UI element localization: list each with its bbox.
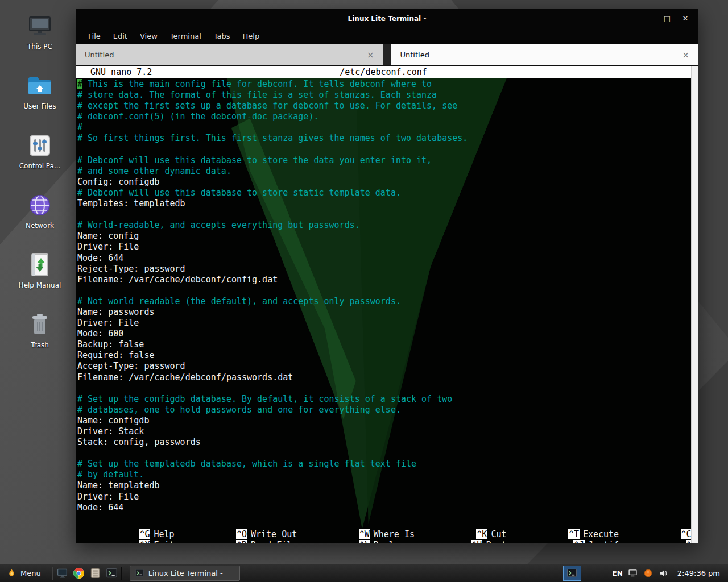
tab-label: Untitled [85,51,114,59]
terminal-line: # [77,122,687,133]
terminal-icon [135,568,144,578]
terminal-line: # Not world readable (the default), and … [77,296,687,307]
maximize-button[interactable]: □ [663,15,671,23]
terminal-line [77,383,687,394]
scrollbar[interactable] [691,66,698,543]
terminal-line [77,209,687,220]
terminal-line: Filename: /var/cache/debconf/config.dat [77,275,687,285]
control-panel-icon [26,132,53,159]
menu-label: Menu [20,569,41,577]
terminal-line: Reject-Type: password [77,264,687,275]
menu-item[interactable]: View [134,32,164,40]
nano-shortcut[interactable]: ^\Replace [297,529,410,540]
terminal-line: # debconf.conf(5) (in the debconf-doc pa… [77,111,687,122]
update-notifier-icon[interactable] [643,568,653,579]
terminal-line: Mode: 644 [77,502,687,513]
menu-item[interactable]: Terminal [164,32,208,40]
terminal-tab[interactable]: Untitled × [391,44,699,65]
terminal-line: # except the first sets up a database fo… [77,101,687,111]
scrollbar-thumb[interactable] [692,66,698,543]
terminal-line: # store data. The format of this file is… [77,90,687,101]
nano-shortcut[interactable]: ^GHelp [77,518,175,529]
desktop-icon[interactable]: This PC [15,13,65,51]
terminal-line [77,144,687,155]
tab-close-icon[interactable]: × [367,50,374,60]
menu-item[interactable]: Edit [107,32,134,40]
shortcut-label: Justify [588,540,624,543]
nano-shortcut[interactable]: ^TExecute [507,518,619,529]
nano-shortcut[interactable]: ^OWrite Out [175,518,297,529]
desktop-icon-label: Control Pa... [19,162,61,170]
shortcut-label: Exit [154,540,174,543]
menu-item[interactable]: Help [237,32,266,40]
terminal-line: Templates: templatedb [77,198,687,209]
folder-icon [26,72,53,99]
desktop-icon[interactable]: User Files [15,72,65,110]
menu-item[interactable]: Tabs [208,32,237,40]
terminal-line: Driver: File [77,242,687,252]
desktop-icon[interactable]: Control Pa... [15,132,65,170]
taskbar: Menu Linux Lite Terminal - EN 2:49:36 pm [0,564,728,582]
terminal-line: # This is the main config file for debco… [77,79,687,90]
terminal-line: Accept-Type: password [77,361,687,372]
nano-shortcut[interactable]: ^RRead File [175,529,297,540]
terminal-line: # and some other dynamic data. [77,166,687,177]
terminal-line: Driver: Stack [77,426,687,437]
show-desktop-icon[interactable] [55,566,70,581]
nano-filename: /etc/debconf.conf [76,67,691,77]
terminal-tab[interactable]: Untitled × [76,44,383,65]
tab-close-icon[interactable]: × [682,50,689,60]
nano-shortcut[interactable]: ^KCut [415,518,507,529]
shortcut-key: ^J [573,540,585,543]
language-indicator[interactable]: EN [613,569,623,577]
window-controls: –□✕ [645,15,698,23]
menu-item[interactable]: File [82,32,107,40]
desktop-icon-label: This PC [27,43,52,51]
display-icon[interactable] [628,568,638,579]
start-menu-button[interactable]: Menu [0,564,48,582]
nano-titlebar: GNU nano 7.2 /etc/debconf.conf [76,66,691,78]
menu-bar: FileEditViewTerminalTabsHelp [76,28,698,44]
nano-cursor: # [77,79,82,89]
trash-icon [26,311,53,338]
terminal-icon [566,568,577,579]
system-tray: EN 2:49:36 pm [563,566,728,581]
volume-icon[interactable] [659,568,669,579]
nano-shortcut[interactable]: ^JJustify [512,529,624,540]
minimize-button[interactable]: – [645,15,653,23]
terminal-icon[interactable] [104,566,119,581]
desktop-icon[interactable]: Network [15,192,65,230]
nano-shortcut[interactable]: ^WWhere Is [297,518,415,529]
desktop-icon-label: Trash [31,341,49,349]
close-button[interactable]: ✕ [681,15,689,23]
tray-terminal-button[interactable] [563,566,581,581]
terminal-line: Mode: 600 [77,329,687,339]
terminal-line: Driver: File [77,492,687,502]
nano-shortcut[interactable]: ^XExit [77,529,175,540]
clock[interactable]: 2:49:36 pm [674,569,723,577]
terminal-line: Driver: File [77,318,687,329]
nano-shortcut[interactable]: ^CLocation [619,518,698,529]
desktop-icon[interactable]: Help Manual [15,251,65,289]
chrome-icon[interactable] [71,566,86,581]
terminal-content[interactable]: GNU nano 7.2 /etc/debconf.conf # This is… [76,66,698,543]
desktop-icon[interactable]: Trash [15,311,65,349]
taskbar-window-label: Linux Lite Terminal - [148,569,223,577]
terminal-line [77,285,687,296]
desktop-icon-label: Help Manual [19,281,61,289]
window-titlebar[interactable]: Linux Lite Terminal - –□✕ [76,9,698,28]
window-title: Linux Lite Terminal - [76,15,698,23]
terminal-window: Linux Lite Terminal - –□✕ FileEditViewTe… [76,9,698,543]
taskbar-separator [121,567,125,580]
terminal-line: # Set up the configdb database. By defau… [77,394,687,405]
terminal-line: Config: configdb [77,177,687,188]
nano-lines: # This is the main config file for debco… [76,78,698,513]
terminal-line: Name: templatedb [77,480,687,491]
nano-shortcut[interactable]: ^/Go To Line [624,529,698,540]
terminal-line: Mode: 644 [77,253,687,264]
shortcut-key: ^X [139,540,150,543]
nano-shortcut[interactable]: ^UPaste [410,529,512,540]
taskbar-separator [49,567,53,580]
file-manager-icon[interactable] [88,566,103,581]
taskbar-window-button[interactable]: Linux Lite Terminal - [130,566,240,581]
